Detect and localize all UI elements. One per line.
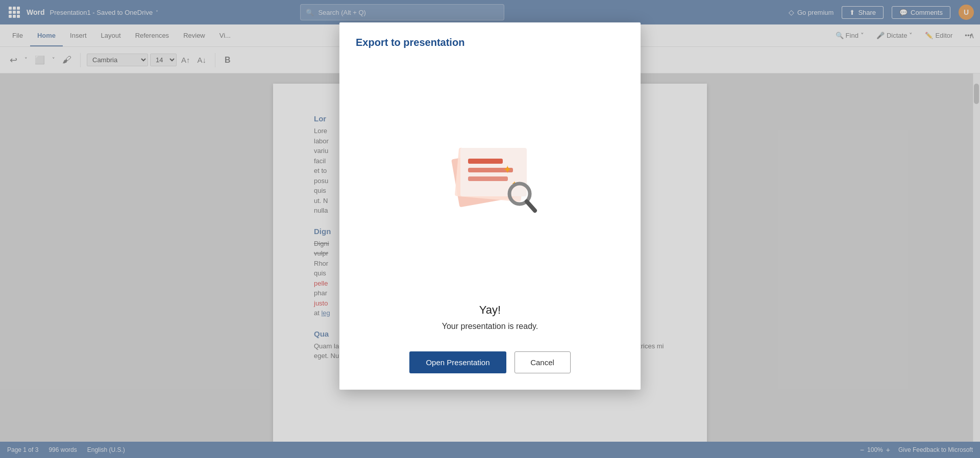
svg-rect-11 [468, 176, 508, 181]
svg-point-16 [512, 187, 527, 201]
illustration-svg: ✦ ✦ [439, 125, 541, 222]
cancel-button[interactable]: Cancel [514, 351, 571, 373]
svg-line-15 [527, 201, 535, 211]
export-modal: Export to presentation [339, 22, 641, 390]
modal-yay-text: Yay! [356, 303, 624, 317]
svg-text:✦: ✦ [503, 163, 512, 176]
open-presentation-button[interactable]: Open Presentation [409, 351, 506, 373]
svg-rect-9 [468, 159, 503, 164]
modal-buttons: Open Presentation Cancel [356, 351, 624, 373]
modal-subtitle: Your presentation is ready. [356, 322, 624, 331]
modal-overlay: Export to presentation [0, 0, 980, 458]
modal-title: Export to presentation [356, 37, 624, 48]
presentation-illustration: ✦ ✦ [356, 59, 624, 288]
